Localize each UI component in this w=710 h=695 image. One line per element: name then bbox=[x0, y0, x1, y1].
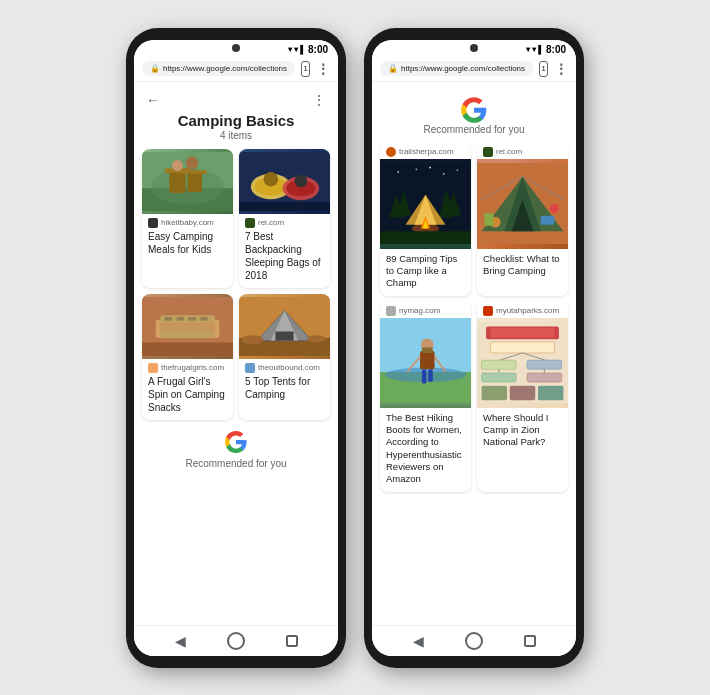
card-source-meals: hikeitbaby.com bbox=[142, 214, 233, 230]
rec-title-camping-tips: 89 Camping Tips to Camp like a Champ bbox=[380, 249, 471, 296]
card-snacks[interactable]: thefrugalgirls.com A Frugal Girl's Spin … bbox=[142, 294, 233, 420]
more-icon[interactable]: ⋮ bbox=[312, 92, 326, 108]
url-input-left[interactable]: 🔒 https://www.google.com/collections bbox=[142, 61, 295, 76]
favicon-frugal bbox=[148, 363, 158, 373]
rec-img-flowchart bbox=[477, 318, 568, 408]
card-source-bags: rei.com bbox=[239, 214, 330, 230]
card-title-snacks: A Frugal Girl's Spin on Camping Snacks bbox=[142, 375, 233, 420]
svg-rect-82 bbox=[482, 385, 507, 400]
rec-title-hiking-boots: The Best Hiking Boots for Women, Accordi… bbox=[380, 408, 471, 492]
svg-point-58 bbox=[550, 203, 559, 212]
google-logo-right bbox=[460, 96, 488, 124]
card-source-tents: theoutbound.com bbox=[239, 359, 330, 375]
source-text-rei2: rei.com bbox=[496, 147, 522, 156]
page-title: Camping Basics bbox=[142, 112, 330, 129]
nav-recent-left[interactable] bbox=[286, 635, 298, 647]
rec-source-myutah: myutahparks.com bbox=[477, 302, 568, 318]
recommended-label-right: Recommended for you bbox=[423, 124, 524, 135]
menu-dots-right[interactable]: ⋮ bbox=[554, 61, 568, 77]
source-text-trailsherpa: trailsherpa.com bbox=[399, 147, 454, 156]
rec-header: Recommended for you bbox=[380, 90, 568, 143]
favicon-rei2 bbox=[483, 147, 493, 157]
nav-recent-right[interactable] bbox=[524, 635, 536, 647]
address-bar-right[interactable]: 🔒 https://www.google.com/collections 1 ⋮ bbox=[372, 57, 576, 82]
rec-source-nymag: nymag.com bbox=[380, 302, 471, 318]
svg-point-38 bbox=[456, 169, 458, 171]
svg-point-5 bbox=[172, 160, 183, 171]
screen-left: ▾ ▾ ▌ 8:00 🔒 https://www.google.com/coll… bbox=[134, 40, 338, 656]
source-text-tents: theoutbound.com bbox=[258, 363, 320, 372]
phone-left: ▾ ▾ ▌ 8:00 🔒 https://www.google.com/coll… bbox=[126, 28, 346, 668]
svg-point-33 bbox=[307, 335, 325, 342]
card-title-tents: 5 Top Tents for Camping bbox=[239, 375, 330, 407]
svg-rect-16 bbox=[239, 201, 330, 210]
signal-icon: ▾ bbox=[288, 45, 292, 54]
svg-point-15 bbox=[295, 174, 308, 187]
url-input-right[interactable]: 🔒 https://www.google.com/collections bbox=[380, 61, 533, 76]
svg-rect-72 bbox=[491, 328, 555, 337]
svg-rect-79 bbox=[527, 373, 562, 382]
rec-source-trailsherpa: trailsherpa.com bbox=[380, 143, 471, 159]
nav-home-right[interactable] bbox=[465, 632, 483, 650]
rec-img-checklist bbox=[477, 159, 568, 249]
rec-source-rei: rei.com bbox=[477, 143, 568, 159]
url-text-right: https://www.google.com/collections bbox=[401, 64, 525, 73]
camera-left bbox=[232, 44, 240, 52]
lock-icon-r: 🔒 bbox=[388, 64, 398, 73]
battery-icon: ▌ bbox=[300, 45, 306, 54]
card-img-meals bbox=[142, 149, 233, 214]
nav-home-left[interactable] bbox=[227, 632, 245, 650]
time-right: 8:00 bbox=[546, 44, 566, 55]
nav-back-right[interactable]: ◀ bbox=[413, 633, 424, 649]
card-img-bags bbox=[239, 149, 330, 214]
rec-img-hiker bbox=[380, 318, 471, 408]
nav-back-left[interactable]: ◀ bbox=[175, 633, 186, 649]
wifi-icon-r: ▾ bbox=[532, 45, 536, 54]
screen-right: ▾ ▾ ▌ 8:00 🔒 https://www.google.com/coll… bbox=[372, 40, 576, 656]
phone-nav-right: ◀ bbox=[372, 625, 576, 656]
recommended-label-left: Recommended for you bbox=[185, 458, 286, 469]
svg-rect-66 bbox=[422, 369, 427, 384]
address-bar-left[interactable]: 🔒 https://www.google.com/collections 1 ⋮ bbox=[134, 57, 338, 82]
svg-point-39 bbox=[429, 166, 431, 168]
svg-rect-78 bbox=[527, 360, 562, 369]
menu-dots-left[interactable]: ⋮ bbox=[316, 61, 330, 77]
svg-rect-67 bbox=[428, 369, 433, 382]
right-screen-content: Recommended for you trailsherpa.com bbox=[372, 82, 576, 625]
rec-card-camping-tips[interactable]: trailsherpa.com bbox=[380, 143, 471, 296]
svg-rect-83 bbox=[510, 385, 535, 400]
svg-rect-24 bbox=[188, 316, 195, 320]
tab-count-right[interactable]: 1 bbox=[539, 61, 548, 77]
google-logo-left bbox=[224, 430, 248, 454]
card-camping-meals[interactable]: hikeitbaby.com Easy Camping Meals for Ki… bbox=[142, 149, 233, 288]
phone-right: ▾ ▾ ▌ 8:00 🔒 https://www.google.com/coll… bbox=[364, 28, 584, 668]
card-source-snacks: thefrugalgirls.com bbox=[142, 359, 233, 375]
rec-grid: trailsherpa.com bbox=[380, 143, 568, 492]
svg-point-36 bbox=[415, 168, 417, 170]
svg-rect-73 bbox=[491, 342, 555, 353]
rec-card-zion[interactable]: myutahparks.com bbox=[477, 302, 568, 492]
source-text-bags: rei.com bbox=[258, 218, 284, 227]
rec-card-hiking-boots[interactable]: nymag.com bbox=[380, 302, 471, 492]
svg-rect-21 bbox=[160, 330, 215, 337]
source-text-myutah: myutahparks.com bbox=[496, 306, 559, 315]
svg-rect-7 bbox=[188, 171, 203, 191]
card-tents[interactable]: theoutbound.com 5 Top Tents for Camping bbox=[239, 294, 330, 420]
card-sleeping-bags[interactable]: rei.com 7 Best Backpacking Sleeping Bags… bbox=[239, 149, 330, 288]
status-icons-left: ▾ ▾ ▌ 8:00 bbox=[288, 44, 328, 55]
rec-card-checklist[interactable]: rei.com bbox=[477, 143, 568, 296]
card-title-meals: Easy Camping Meals for Kids bbox=[142, 230, 233, 262]
source-text-nymag: nymag.com bbox=[399, 306, 440, 315]
card-img-snacks bbox=[142, 294, 233, 359]
battery-icon-r: ▌ bbox=[538, 45, 544, 54]
svg-rect-31 bbox=[275, 331, 293, 340]
back-arrow[interactable]: ← bbox=[146, 92, 160, 108]
svg-rect-25 bbox=[200, 316, 207, 320]
card-title-bags: 7 Best Backpacking Sleeping Bags of 2018 bbox=[239, 230, 330, 288]
svg-rect-3 bbox=[169, 170, 185, 193]
svg-rect-49 bbox=[380, 231, 471, 245]
svg-rect-64 bbox=[420, 351, 435, 369]
tab-count-left[interactable]: 1 bbox=[301, 61, 310, 77]
svg-rect-59 bbox=[484, 213, 493, 226]
svg-rect-84 bbox=[538, 385, 563, 400]
